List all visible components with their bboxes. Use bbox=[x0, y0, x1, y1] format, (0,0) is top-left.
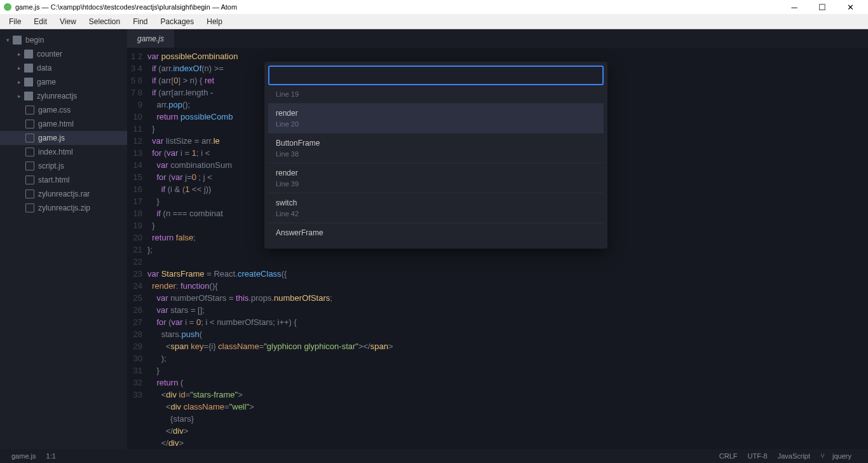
close-button[interactable]: ✕ bbox=[836, 3, 864, 12]
symbol-subtitle: Line 42 bbox=[276, 210, 596, 218]
symbol-title: ButtonFrame bbox=[276, 139, 596, 148]
menu-file[interactable]: File bbox=[3, 17, 27, 26]
tree-label: game.js bbox=[38, 134, 65, 142]
folder-icon bbox=[24, 50, 33, 59]
tree-label: zylunreactjs.rar bbox=[38, 190, 90, 198]
tree-label: game.html bbox=[38, 120, 74, 128]
tree-folder-zylun[interactable]: ▸ zylunreactjs bbox=[0, 89, 127, 103]
file-icon bbox=[25, 120, 34, 128]
menubar: File Edit View Selection Find Packages H… bbox=[0, 14, 868, 29]
menu-view[interactable]: View bbox=[53, 17, 83, 26]
folder-icon bbox=[13, 36, 22, 45]
symbol-entry[interactable]: render Line 39 bbox=[268, 163, 604, 193]
tree-root-label: begin bbox=[25, 36, 44, 45]
tree-label: index.html bbox=[38, 148, 73, 156]
symbol-search-input[interactable] bbox=[268, 66, 604, 85]
tree-file[interactable]: game.html bbox=[0, 117, 127, 131]
statusbar: game.js 1:1 CRLF UTF-8 JavaScript jquery bbox=[0, 449, 868, 463]
tree-folder-counter[interactable]: ▸ counter bbox=[0, 47, 127, 61]
tree-label: data bbox=[37, 64, 51, 73]
tree-label: zylunreactjs.zip bbox=[38, 204, 90, 212]
symbol-title: render bbox=[276, 169, 596, 177]
status-branch[interactable]: jquery bbox=[820, 452, 857, 460]
tree-file[interactable]: game.css bbox=[0, 103, 127, 117]
tree-label: start.html bbox=[38, 176, 69, 184]
status-language[interactable]: JavaScript bbox=[778, 452, 810, 460]
sidebar: ▾ begin ▸ counter ▸ data ▸ game ▸ zylunr… bbox=[0, 29, 127, 449]
titlebar: game.js — C:\xampp\htdocs\testcodes\reac… bbox=[0, 0, 868, 14]
tree-label: script.js bbox=[38, 162, 64, 170]
symbol-subtitle: Line 38 bbox=[276, 150, 596, 158]
main: ▾ begin ▸ counter ▸ data ▸ game ▸ zylunr… bbox=[0, 29, 868, 449]
tabs: game.js bbox=[127, 29, 868, 48]
gutter: 1 2 3 4 5 6 7 8 9 10 11 12 13 14 15 16 1… bbox=[127, 48, 147, 449]
tree-folder-game[interactable]: ▸ game bbox=[0, 75, 127, 89]
tree-file[interactable]: zylunreactjs.rar bbox=[0, 187, 127, 201]
tree-root[interactable]: ▾ begin bbox=[0, 33, 127, 47]
tree-file[interactable]: start.html bbox=[0, 173, 127, 187]
app-icon bbox=[4, 3, 11, 11]
symbol-title: AnswerFrame bbox=[276, 228, 596, 237]
file-icon bbox=[25, 106, 34, 114]
status-cursor[interactable]: 1:1 bbox=[46, 452, 56, 460]
tree-label: counter bbox=[37, 50, 62, 59]
symbol-list: Line 19 render Line 20 ButtonFrame Line … bbox=[268, 89, 604, 245]
status-encoding[interactable]: UTF-8 bbox=[748, 452, 768, 460]
tab-label: game.js bbox=[137, 34, 164, 43]
tree-label: zylunreactjs bbox=[37, 92, 77, 100]
menu-packages[interactable]: Packages bbox=[154, 17, 201, 26]
symbol-entry[interactable]: AnswerFrame bbox=[268, 223, 604, 245]
maximize-button[interactable]: ☐ bbox=[808, 3, 836, 12]
tree-folder-data[interactable]: ▸ data bbox=[0, 61, 127, 75]
symbol-subtitle: Line 20 bbox=[276, 120, 596, 128]
menu-edit[interactable]: Edit bbox=[27, 17, 53, 26]
file-icon bbox=[25, 134, 34, 142]
tree-file[interactable]: index.html bbox=[0, 145, 127, 159]
menu-selection[interactable]: Selection bbox=[83, 17, 126, 26]
file-icon bbox=[25, 204, 34, 212]
window-title: game.js — C:\xampp\htdocs\testcodes\reac… bbox=[15, 3, 237, 11]
symbol-entry[interactable]: ButtonFrame Line 38 bbox=[268, 133, 604, 163]
symbol-entry[interactable]: Line 19 bbox=[268, 89, 604, 103]
symbol-entry[interactable]: switch Line 42 bbox=[268, 193, 604, 223]
folder-icon bbox=[24, 64, 33, 73]
minimize-button[interactable]: ─ bbox=[780, 3, 808, 12]
symbol-subtitle: Line 19 bbox=[276, 90, 596, 98]
file-icon bbox=[25, 148, 34, 156]
status-lineending[interactable]: CRLF bbox=[719, 452, 738, 460]
menu-find[interactable]: Find bbox=[126, 17, 154, 26]
symbol-entry-selected[interactable]: render Line 20 bbox=[268, 103, 604, 133]
status-file[interactable]: game.js bbox=[11, 452, 36, 460]
symbol-popup: Line 19 render Line 20 ButtonFrame Line … bbox=[264, 62, 607, 249]
tree-label: game bbox=[37, 78, 56, 86]
symbol-title: render bbox=[276, 109, 596, 118]
tab-active[interactable]: game.js bbox=[127, 29, 174, 48]
file-icon bbox=[25, 190, 34, 198]
file-icon bbox=[25, 176, 34, 184]
symbol-subtitle: Line 39 bbox=[276, 180, 596, 188]
folder-icon bbox=[24, 78, 33, 86]
tree-file-active[interactable]: game.js bbox=[0, 131, 127, 145]
tree-file[interactable]: zylunreactjs.zip bbox=[0, 201, 127, 215]
tree-file[interactable]: script.js bbox=[0, 159, 127, 173]
folder-icon bbox=[24, 92, 33, 100]
tree-label: game.css bbox=[38, 106, 71, 114]
menu-help[interactable]: Help bbox=[200, 17, 229, 26]
file-icon bbox=[25, 162, 34, 170]
symbol-title: switch bbox=[276, 198, 596, 207]
